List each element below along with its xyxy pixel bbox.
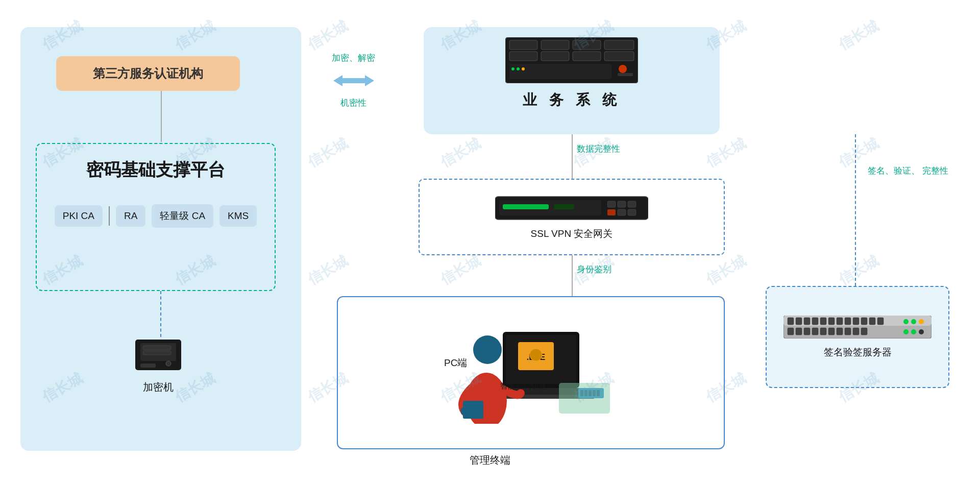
- svg-marker-21: [333, 75, 374, 86]
- svg-rect-70: [837, 328, 843, 335]
- watermark: 信长城: [702, 251, 749, 289]
- svg-rect-69: [828, 328, 835, 335]
- svg-point-74: [903, 319, 909, 324]
- watermark: 信长城: [304, 134, 351, 172]
- svg-rect-67: [812, 328, 818, 335]
- component-kms: KMS: [219, 205, 257, 227]
- svg-rect-59: [845, 318, 851, 325]
- svg-rect-28: [628, 201, 636, 207]
- data-integrity-label: 数据完整性: [577, 143, 620, 155]
- svg-point-2: [166, 361, 171, 366]
- watermark: 信长城: [835, 16, 882, 55]
- svg-rect-11: [509, 52, 537, 61]
- business-title: 业 务 系 统: [523, 90, 620, 110]
- svg-rect-71: [845, 328, 851, 335]
- svg-rect-63: [877, 318, 884, 325]
- watermark: 信长城: [437, 134, 484, 172]
- v-line-business-ssl: [572, 134, 573, 179]
- svg-rect-64: [788, 328, 794, 335]
- svg-rect-54: [804, 318, 810, 325]
- third-party-box: 第三方服务认证机构: [56, 56, 240, 91]
- svg-rect-27: [618, 201, 626, 207]
- svg-rect-10: [604, 40, 634, 50]
- svg-point-39: [473, 335, 502, 364]
- diagram-container: 信长城 信长城 信长城 信长城 信长城 信长城 信长城 信长城 信长城 信长城 …: [0, 0, 980, 483]
- smart-key-label-overlay: 智能密码钥匙: [500, 381, 546, 391]
- sign-server-icon: [783, 316, 932, 339]
- v-line-ssl-terminal: [572, 255, 573, 296]
- svg-rect-7: [509, 40, 537, 50]
- identity-label: 身份鉴别: [577, 263, 611, 275]
- component-ra: RA: [116, 205, 145, 227]
- encryptor-icon: [130, 337, 186, 375]
- svg-rect-68: [820, 328, 826, 335]
- svg-rect-12: [541, 52, 569, 61]
- sign-server-label: 签名验签服务器: [824, 346, 892, 359]
- svg-point-19: [517, 67, 520, 70]
- arrow-label-encrypt: 加密、解密: [332, 51, 375, 65]
- encrypt-decrypt-arrow-area: 加密、解密 机密性: [332, 51, 375, 109]
- dashed-connector-crypto-encryptor: [160, 291, 161, 337]
- crypto-platform-title: 密码基础支撑平台: [36, 158, 276, 182]
- component-lightweight-ca: 轻量级 CA: [152, 204, 213, 228]
- v-dashed-business-sign: [855, 134, 856, 286]
- svg-point-18: [511, 67, 514, 70]
- svg-rect-13: [573, 52, 601, 61]
- watermark: 信长城: [835, 251, 882, 289]
- server-rack-icon: [505, 37, 638, 83]
- third-party-label: 第三方服务认证机构: [93, 65, 203, 82]
- svg-rect-30: [618, 209, 626, 215]
- ssl-device-icon: [495, 194, 648, 222]
- svg-rect-26: [607, 201, 616, 207]
- svg-rect-29: [607, 209, 616, 215]
- svg-rect-56: [820, 318, 826, 325]
- svg-rect-42: [463, 401, 483, 419]
- svg-rect-61: [861, 318, 867, 325]
- terminal-label: 管理终端: [470, 453, 510, 467]
- svg-rect-73: [861, 328, 867, 335]
- svg-rect-25: [554, 204, 574, 209]
- svg-point-79: [919, 329, 924, 334]
- components-row: PKI CA RA 轻量级 CA KMS: [46, 204, 265, 228]
- svg-rect-66: [804, 328, 810, 335]
- svg-rect-3: [140, 364, 156, 368]
- svg-rect-4: [143, 346, 171, 350]
- svg-rect-62: [869, 318, 875, 325]
- watermark: 信长城: [702, 134, 749, 172]
- connector-third-to-crypto: [161, 91, 162, 142]
- svg-point-77: [903, 329, 909, 334]
- svg-rect-55: [812, 318, 818, 325]
- svg-rect-57: [828, 318, 835, 325]
- pc-illustration: .EXE: [442, 322, 620, 424]
- ssl-vpn-label: SSL VPN 安全网关: [531, 227, 613, 240]
- svg-rect-49: [559, 383, 610, 414]
- svg-rect-65: [796, 328, 802, 335]
- svg-rect-9: [573, 40, 601, 50]
- svg-point-20: [522, 67, 525, 70]
- svg-rect-24: [503, 204, 549, 209]
- svg-point-78: [911, 329, 916, 334]
- sign-verify-label: 签名、验证、 完整性: [868, 163, 948, 179]
- svg-point-76: [919, 319, 924, 324]
- svg-rect-60: [853, 318, 859, 325]
- watermark: 信长城: [437, 251, 484, 289]
- svg-point-36: [530, 349, 542, 361]
- svg-rect-72: [853, 328, 859, 335]
- pc-label-overlay: PC端: [444, 356, 467, 370]
- terminal-box: .EXE PC端: [337, 296, 725, 449]
- business-system-box: 业 务 系 统: [424, 27, 720, 134]
- arrow-label-confidentiality: 机密性: [340, 97, 366, 109]
- watermark: 信长城: [304, 251, 351, 289]
- sign-server-box: 签名验签服务器: [766, 286, 949, 388]
- encryptor-section: 加密机: [130, 337, 186, 394]
- svg-point-16: [619, 65, 627, 73]
- double-arrow-icon: [333, 67, 374, 95]
- svg-point-75: [911, 319, 916, 324]
- svg-rect-15: [509, 64, 611, 79]
- svg-rect-17: [618, 73, 633, 76]
- component-pki-ca: PKI CA: [55, 205, 103, 227]
- svg-rect-5: [143, 351, 171, 355]
- svg-rect-31: [628, 209, 636, 215]
- ssl-vpn-box: SSL VPN 安全网关: [419, 179, 725, 255]
- svg-rect-14: [604, 52, 634, 61]
